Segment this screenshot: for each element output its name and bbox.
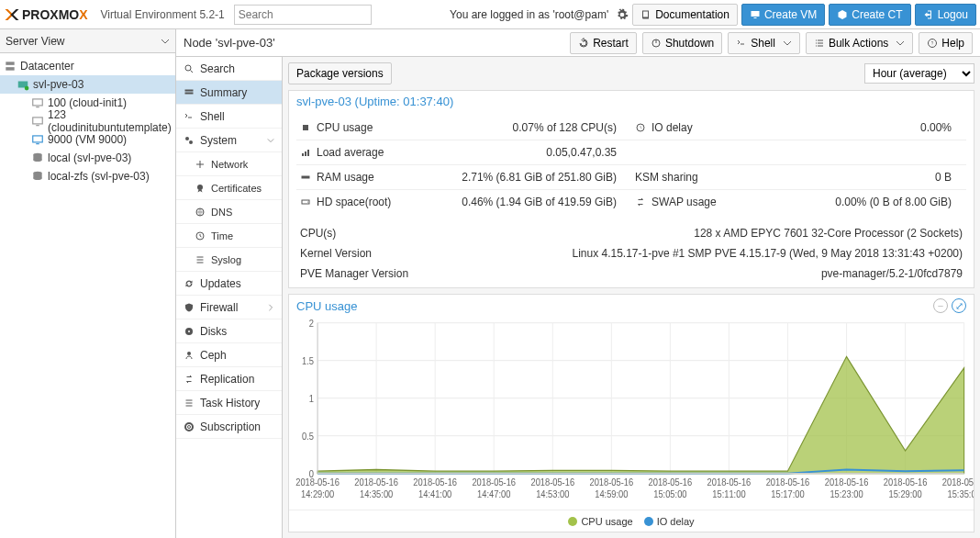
- svg-point-32: [185, 423, 193, 431]
- chevron-down-icon: [161, 37, 170, 46]
- status-title: svl-pve-03 (Uptime: 01:37:40): [289, 91, 974, 112]
- svg-text:2018-05-16: 2018-05-16: [354, 476, 398, 488]
- sub-navigation: Search Summary Shell System Network Cert…: [176, 57, 283, 538]
- search-icon: [184, 63, 195, 74]
- io-label: IO delay: [651, 121, 752, 134]
- nav-network[interactable]: Network: [176, 152, 282, 176]
- support-icon: [184, 421, 195, 432]
- view-selector[interactable]: Server View: [0, 29, 175, 53]
- nav-task-history[interactable]: Task History: [176, 391, 282, 415]
- nav-time[interactable]: Time: [176, 224, 282, 248]
- replication-icon: [184, 374, 195, 385]
- svg-text:14:59:00: 14:59:00: [595, 488, 628, 499]
- nav-label: Disks: [200, 325, 227, 338]
- nav-search[interactable]: Search: [176, 57, 282, 81]
- server-icon: [4, 60, 17, 73]
- svg-text:15:05:00: 15:05:00: [653, 488, 686, 499]
- certificate-icon: [195, 183, 206, 194]
- storage-icon: [31, 170, 44, 183]
- refresh-icon: [184, 278, 195, 289]
- svg-text:0.5: 0.5: [302, 429, 314, 441]
- package-versions-button[interactable]: Package versions: [288, 62, 392, 84]
- clock-icon: [635, 122, 646, 133]
- hdd-icon: [300, 196, 311, 207]
- nav-shell[interactable]: Shell: [176, 105, 282, 129]
- gear-icon[interactable]: [616, 8, 629, 21]
- nav-ceph[interactable]: Ceph: [176, 343, 282, 367]
- nav-syslog[interactable]: Syslog: [176, 248, 282, 272]
- bulk-actions-button[interactable]: Bulk Actions: [806, 32, 913, 54]
- help-icon: ?: [927, 38, 938, 49]
- svg-text:15:11:00: 15:11:00: [712, 488, 745, 499]
- product-version: Virtual Environment 5.2-1: [101, 8, 225, 21]
- chart-expand-button[interactable]: ⤢: [952, 298, 966, 313]
- help-button[interactable]: ?Help: [919, 32, 973, 54]
- hd-label: HD space(root): [317, 196, 418, 208]
- svg-text:15:29:00: 15:29:00: [888, 488, 921, 499]
- nav-updates[interactable]: Updates: [176, 272, 282, 296]
- terminal-icon: [736, 38, 747, 49]
- cpu-label: CPU usage: [317, 121, 418, 134]
- brand-x: X: [79, 7, 87, 22]
- chart-legend: CPU usage IO delay: [289, 510, 974, 532]
- restart-button[interactable]: Restart: [570, 32, 637, 54]
- tree-node-svl-pve-03[interactable]: svl-pve-03: [0, 75, 175, 94]
- logo: PROXMOX: [4, 6, 88, 23]
- legend-label: IO delay: [657, 516, 695, 527]
- nav-label: Task History: [200, 397, 260, 409]
- list-icon: [814, 38, 825, 49]
- shutdown-button[interactable]: Shutdown: [642, 32, 722, 54]
- nav-subscription[interactable]: Subscription: [176, 415, 282, 439]
- svg-text:2018-05-16: 2018-05-16: [649, 476, 693, 488]
- nav-label: Subscription: [200, 420, 261, 433]
- terminal-icon: [184, 111, 195, 122]
- list-icon: [184, 398, 195, 409]
- ksm-label: KSM sharing: [635, 171, 736, 184]
- nav-system[interactable]: System: [176, 129, 282, 152]
- svg-point-15: [33, 177, 41, 181]
- svg-text:2018-05-16: 2018-05-16: [472, 476, 516, 488]
- nav-firewall[interactable]: Firewall: [176, 296, 282, 319]
- swap-value: 0.00% (0 B of 8.00 GiB): [758, 196, 963, 208]
- svg-text:2018-05-16: 2018-05-16: [825, 476, 869, 488]
- legend-cpu: CPU usage: [568, 516, 632, 527]
- tree-datacenter[interactable]: Datacenter: [0, 57, 175, 75]
- svg-text:15:23:00: 15:23:00: [830, 488, 863, 499]
- kernel-label: Kernel Version: [300, 247, 429, 260]
- tree-vm-123[interactable]: 123 (cloudinitubuntutemplate): [0, 112, 175, 130]
- svg-rect-23: [185, 92, 194, 94]
- search-input[interactable]: [234, 5, 372, 25]
- tree-storage-local-zfs[interactable]: local-zfs (svl-pve-03): [0, 167, 175, 185]
- create-vm-label: Create VM: [764, 8, 817, 21]
- chart-collapse-button[interactable]: −: [933, 298, 948, 313]
- cpu-icon: [300, 122, 311, 133]
- svg-rect-0: [6, 62, 14, 65]
- timeframe-select[interactable]: Hour (average): [864, 63, 974, 84]
- create-vm-button[interactable]: Create VM: [741, 4, 825, 26]
- nav-label: Ceph: [200, 349, 227, 362]
- shield-icon: [184, 302, 195, 313]
- nav-certificates[interactable]: Certificates: [176, 176, 282, 200]
- svg-rect-9: [36, 143, 39, 144]
- nav-label: Time: [211, 230, 233, 241]
- logout-button[interactable]: Logou: [915, 4, 976, 26]
- svg-point-12: [33, 159, 41, 163]
- documentation-button[interactable]: Documentation: [632, 4, 738, 26]
- svg-text:14:41:00: 14:41:00: [418, 488, 451, 499]
- nav-dns[interactable]: DNS: [176, 200, 282, 224]
- summary-content: Package versions Hour (average) svl-pve-…: [283, 57, 980, 538]
- ram-icon: [300, 172, 311, 183]
- nav-disks[interactable]: Disks: [176, 319, 282, 343]
- chart-body: 00.511.522018-05-1614:29:002018-05-1614:…: [289, 317, 974, 510]
- pve-value: pve-manager/5.2-1/0fcd7879: [429, 267, 963, 280]
- nav-summary[interactable]: Summary: [176, 81, 282, 105]
- tree-storage-local[interactable]: local (svl-pve-03): [0, 149, 175, 167]
- svg-text:2: 2: [309, 317, 314, 329]
- nav-label: Shell: [200, 110, 225, 123]
- create-ct-button[interactable]: Create CT: [829, 4, 910, 26]
- nav-replication[interactable]: Replication: [176, 367, 282, 391]
- shutdown-label: Shutdown: [665, 37, 714, 50]
- svg-rect-6: [33, 118, 43, 124]
- shell-button[interactable]: Shell: [728, 32, 800, 54]
- legend-io: IO delay: [644, 516, 695, 527]
